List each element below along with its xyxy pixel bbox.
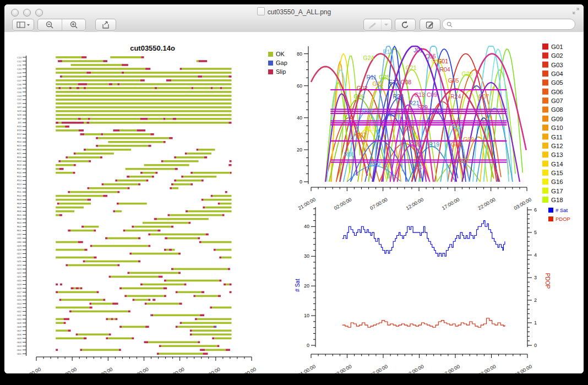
svg-text:C05: C05 — [410, 141, 421, 148]
svg-text:C07: C07 — [17, 79, 22, 82]
svg-text:07:00:00: 07:00:00 — [94, 366, 113, 373]
svg-text:17:00:00: 17:00:00 — [442, 364, 461, 373]
svg-text:G10: G10 — [551, 124, 563, 131]
svg-text:cut03550.14o: cut03550.14o — [130, 44, 175, 52]
markup-button[interactable] — [420, 19, 440, 31]
svg-text:G03: G03 — [17, 345, 22, 348]
rotate-left-icon — [401, 20, 410, 29]
zoom-out-icon — [45, 20, 54, 29]
svg-text:G12: G12 — [551, 143, 563, 149]
svg-text:R08: R08 — [17, 202, 22, 205]
svg-text:R22: R22 — [17, 148, 22, 151]
svg-text:Gap: Gap — [276, 59, 287, 66]
svg-text:G06: G06 — [17, 333, 22, 336]
zoom-out-button[interactable] — [38, 19, 62, 30]
share-button[interactable] — [95, 19, 116, 31]
svg-text:1: 1 — [534, 320, 537, 326]
svg-text:G24: G24 — [17, 264, 22, 267]
svg-text:G09: G09 — [17, 322, 22, 324]
svg-text:R18: R18 — [432, 107, 443, 114]
svg-text:G23: G23 — [17, 268, 22, 270]
svg-text:R04: R04 — [17, 218, 22, 220]
svg-text:G11: G11 — [17, 314, 22, 317]
svg-text:R19: R19 — [17, 160, 22, 162]
svg-text:G10: G10 — [17, 318, 22, 321]
svg-text:R05: R05 — [17, 214, 22, 216]
svg-text:G24: G24 — [363, 55, 374, 61]
svg-text:C10: C10 — [17, 68, 22, 71]
window-title-wrap: cut03550_A_ALL.png — [4, 7, 584, 16]
svg-text:0: 0 — [307, 343, 309, 348]
svg-text:60: 60 — [297, 83, 302, 89]
svg-text:G13: G13 — [17, 306, 22, 309]
svg-text:12:00:00: 12:00:00 — [405, 197, 424, 211]
svg-text:J01: J01 — [413, 47, 423, 53]
svg-text:G17: G17 — [17, 291, 22, 294]
svg-text:C04: C04 — [17, 91, 22, 94]
svg-text:G12: G12 — [373, 80, 384, 87]
highlighter-pen-icon — [368, 21, 377, 29]
svg-text:G05: G05 — [551, 79, 563, 86]
svg-text:22:00:00: 22:00:00 — [202, 366, 221, 373]
svg-text:30: 30 — [304, 253, 309, 259]
svg-text:G08: G08 — [17, 326, 22, 328]
svg-text:G20: G20 — [462, 71, 473, 77]
share-icon — [101, 21, 110, 29]
title-bar[interactable]: cut03550_A_ALL.png — [4, 4, 584, 17]
svg-text:0: 0 — [300, 179, 302, 185]
svg-text:20: 20 — [304, 283, 309, 289]
svg-text:G07: G07 — [551, 97, 563, 104]
svg-text:R12: R12 — [383, 48, 393, 55]
highlighter-dropdown[interactable] — [381, 19, 391, 30]
svg-text:G02: G02 — [17, 349, 22, 351]
svg-text:C02: C02 — [17, 98, 22, 101]
window-title: cut03550_A_ALL.png — [268, 8, 331, 16]
svg-text:G17: G17 — [551, 188, 563, 194]
search-input[interactable] — [455, 20, 575, 28]
rotate-left-button[interactable] — [395, 19, 416, 31]
svg-text:12:00:00: 12:00:00 — [130, 366, 149, 373]
svg-text:R14: R14 — [17, 179, 22, 182]
svg-text:R23: R23 — [17, 144, 22, 147]
sidebar-view-button[interactable] — [12, 19, 34, 31]
svg-text:PDOP: PDOP — [545, 273, 551, 289]
svg-text:E19: E19 — [17, 129, 21, 132]
search-icon — [447, 21, 453, 28]
search-field[interactable] — [442, 19, 575, 30]
svg-text:R02: R02 — [17, 225, 22, 228]
svg-text:21:00:00: 21:00:00 — [297, 364, 317, 373]
svg-text:17:00:00: 17:00:00 — [441, 197, 460, 211]
chevron-down-icon — [384, 23, 389, 26]
markup-pencil-icon — [426, 20, 434, 29]
png-file-icon — [257, 7, 265, 15]
svg-text:G25: G25 — [17, 260, 22, 263]
svg-text:0: 0 — [534, 343, 537, 348]
svg-text:C01: C01 — [17, 102, 22, 105]
svg-text:2: 2 — [534, 297, 537, 303]
svg-text:G01: G01 — [437, 58, 448, 64]
svg-text:R11: R11 — [17, 191, 21, 193]
window-chrome: cut03550_A_ALL.png — [4, 4, 584, 32]
svg-text:R19: R19 — [429, 141, 439, 148]
svg-text:E12: E12 — [17, 133, 21, 135]
preview-window: cut03550_A_ALL.png — [4, 4, 584, 373]
svg-text:5: 5 — [534, 230, 537, 235]
svg-text:R01: R01 — [17, 229, 22, 232]
zoom-in-button[interactable] — [62, 19, 86, 30]
svg-text:G14: G14 — [17, 302, 22, 305]
svg-text:G16: G16 — [17, 295, 22, 297]
svg-text:G07: G07 — [355, 132, 366, 138]
svg-text:G15: G15 — [17, 299, 22, 301]
svg-text:# Sat: # Sat — [295, 279, 301, 292]
svg-text:02:00:00: 02:00:00 — [333, 197, 352, 211]
svg-text:R10: R10 — [362, 107, 372, 114]
svg-text:G26: G26 — [354, 93, 365, 100]
svg-text:20: 20 — [297, 147, 302, 153]
svg-text:G09: G09 — [463, 136, 474, 143]
highlighter-button[interactable] — [364, 19, 381, 30]
toolbar — [4, 17, 584, 32]
svg-text:G14: G14 — [551, 161, 563, 167]
fullscreen-icon[interactable] — [573, 8, 579, 14]
svg-text:C14: C14 — [415, 164, 426, 170]
svg-text:6: 6 — [534, 207, 537, 213]
